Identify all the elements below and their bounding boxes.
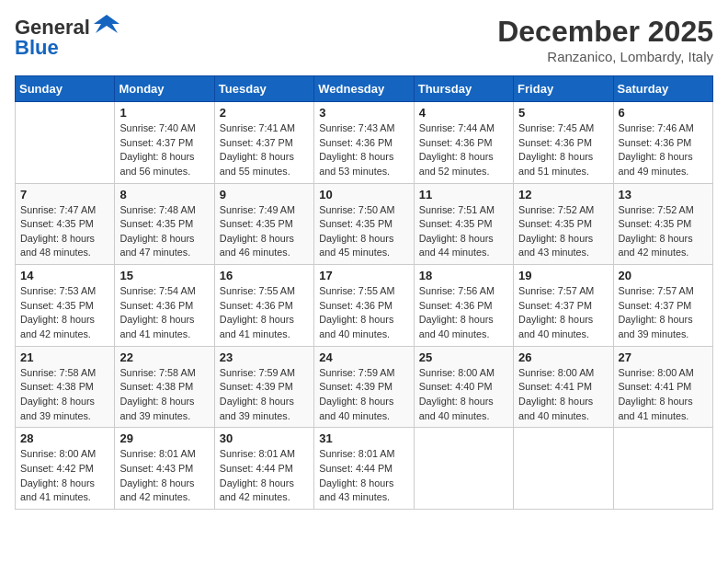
day-info: Sunrise: 7:57 AMSunset: 4:37 PMDaylight:…: [518, 284, 608, 342]
day-info: Sunrise: 7:55 AMSunset: 4:36 PMDaylight:…: [319, 284, 408, 342]
month-title: December 2025: [497, 15, 713, 49]
calendar-cell: 8Sunrise: 7:48 AMSunset: 4:35 PMDaylight…: [115, 183, 214, 265]
day-info: Sunrise: 8:01 AMSunset: 4:44 PMDaylight:…: [220, 447, 309, 505]
day-info: Sunrise: 8:00 AMSunset: 4:40 PMDaylight:…: [419, 366, 508, 424]
calendar-cell: 30Sunrise: 8:01 AMSunset: 4:44 PMDayligh…: [214, 428, 313, 510]
day-info: Sunrise: 7:59 AMSunset: 4:39 PMDaylight:…: [319, 366, 408, 424]
weekday-header-saturday: Saturday: [613, 76, 712, 102]
day-info: Sunrise: 7:51 AMSunset: 4:35 PMDaylight:…: [419, 203, 508, 261]
day-number: 17: [319, 269, 408, 282]
logo: General Blue: [15, 15, 121, 59]
calendar-cell: 6Sunrise: 7:46 AMSunset: 4:36 PMDaylight…: [613, 102, 712, 184]
calendar-cell: 24Sunrise: 7:59 AMSunset: 4:39 PMDayligh…: [314, 346, 414, 428]
weekday-header-wednesday: Wednesday: [314, 76, 414, 102]
day-info: Sunrise: 8:00 AMSunset: 4:41 PMDaylight:…: [518, 366, 608, 424]
day-number: 7: [20, 188, 109, 201]
calendar-week-4: 21Sunrise: 7:58 AMSunset: 4:38 PMDayligh…: [16, 346, 713, 428]
weekday-header-friday: Friday: [514, 76, 613, 102]
calendar-cell: 18Sunrise: 7:56 AMSunset: 4:36 PMDayligh…: [414, 265, 513, 347]
calendar-week-3: 14Sunrise: 7:53 AMSunset: 4:35 PMDayligh…: [16, 265, 713, 347]
calendar-cell: 4Sunrise: 7:44 AMSunset: 4:36 PMDaylight…: [414, 102, 513, 184]
day-number: 6: [619, 106, 708, 120]
calendar-header: SundayMondayTuesdayWednesdayThursdayFrid…: [16, 76, 713, 102]
day-info: Sunrise: 7:48 AMSunset: 4:35 PMDaylight:…: [119, 203, 209, 261]
calendar-cell: 10Sunrise: 7:50 AMSunset: 4:35 PMDayligh…: [314, 183, 414, 265]
day-number: 20: [619, 269, 708, 282]
day-number: 15: [119, 269, 209, 282]
day-number: 1: [119, 106, 209, 120]
day-number: 13: [619, 188, 708, 201]
calendar-cell: 5Sunrise: 7:45 AMSunset: 4:36 PMDaylight…: [514, 102, 613, 184]
day-number: 3: [319, 106, 408, 120]
day-info: Sunrise: 7:47 AMSunset: 4:35 PMDaylight:…: [20, 203, 109, 261]
title-block: December 2025 Ranzanico, Lombardy, Italy: [497, 15, 713, 64]
day-info: Sunrise: 7:49 AMSunset: 4:35 PMDaylight:…: [220, 203, 309, 261]
calendar-cell: [16, 102, 115, 184]
calendar-cell: 25Sunrise: 8:00 AMSunset: 4:40 PMDayligh…: [414, 346, 513, 428]
day-number: 16: [220, 269, 309, 282]
calendar-cell: [613, 428, 712, 510]
day-info: Sunrise: 8:01 AMSunset: 4:44 PMDaylight:…: [319, 447, 408, 505]
weekday-header-thursday: Thursday: [414, 76, 513, 102]
day-number: 12: [518, 188, 608, 201]
day-number: 5: [518, 106, 608, 120]
calendar-week-5: 28Sunrise: 8:00 AMSunset: 4:42 PMDayligh…: [16, 428, 713, 510]
day-info: Sunrise: 7:45 AMSunset: 4:36 PMDaylight:…: [518, 121, 608, 179]
day-number: 11: [419, 188, 508, 201]
day-number: 8: [119, 188, 209, 201]
calendar-cell: 31Sunrise: 8:01 AMSunset: 4:44 PMDayligh…: [314, 428, 414, 510]
day-number: 2: [220, 106, 309, 120]
day-info: Sunrise: 7:44 AMSunset: 4:36 PMDaylight:…: [419, 121, 508, 179]
day-number: 21: [20, 350, 109, 364]
weekday-header-sunday: Sunday: [16, 76, 115, 102]
day-info: Sunrise: 7:52 AMSunset: 4:35 PMDaylight:…: [518, 203, 608, 261]
day-info: Sunrise: 7:52 AMSunset: 4:35 PMDaylight:…: [619, 203, 708, 261]
page-header: General Blue December 2025 Ranzanico, Lo…: [15, 15, 713, 64]
calendar-cell: [414, 428, 513, 510]
day-info: Sunrise: 7:46 AMSunset: 4:36 PMDaylight:…: [619, 121, 708, 179]
day-info: Sunrise: 8:00 AMSunset: 4:42 PMDaylight:…: [20, 447, 109, 505]
calendar-cell: 22Sunrise: 7:58 AMSunset: 4:38 PMDayligh…: [115, 346, 214, 428]
weekday-header-monday: Monday: [115, 76, 214, 102]
day-number: 29: [119, 431, 209, 445]
day-info: Sunrise: 7:54 AMSunset: 4:36 PMDaylight:…: [119, 284, 209, 342]
day-info: Sunrise: 7:41 AMSunset: 4:37 PMDaylight:…: [220, 121, 309, 179]
calendar-cell: 14Sunrise: 7:53 AMSunset: 4:35 PMDayligh…: [16, 265, 115, 347]
calendar-cell: 27Sunrise: 8:00 AMSunset: 4:41 PMDayligh…: [613, 346, 712, 428]
day-info: Sunrise: 7:55 AMSunset: 4:36 PMDaylight:…: [220, 284, 309, 342]
calendar-cell: 23Sunrise: 7:59 AMSunset: 4:39 PMDayligh…: [214, 346, 313, 428]
calendar-cell: 20Sunrise: 7:57 AMSunset: 4:37 PMDayligh…: [613, 265, 712, 347]
calendar-cell: 11Sunrise: 7:51 AMSunset: 4:35 PMDayligh…: [414, 183, 513, 265]
calendar-cell: 15Sunrise: 7:54 AMSunset: 4:36 PMDayligh…: [115, 265, 214, 347]
day-number: 22: [119, 350, 209, 364]
svg-marker-0: [94, 15, 119, 33]
day-number: 4: [419, 106, 508, 120]
calendar-cell: 7Sunrise: 7:47 AMSunset: 4:35 PMDaylight…: [16, 183, 115, 265]
calendar-cell: 16Sunrise: 7:55 AMSunset: 4:36 PMDayligh…: [214, 265, 313, 347]
day-info: Sunrise: 7:50 AMSunset: 4:35 PMDaylight:…: [319, 203, 408, 261]
day-number: 23: [220, 350, 309, 364]
day-number: 10: [319, 188, 408, 201]
calendar-week-1: 1Sunrise: 7:40 AMSunset: 4:37 PMDaylight…: [16, 102, 713, 184]
day-info: Sunrise: 7:43 AMSunset: 4:36 PMDaylight:…: [319, 121, 408, 179]
day-info: Sunrise: 7:59 AMSunset: 4:39 PMDaylight:…: [220, 366, 309, 424]
day-number: 14: [20, 269, 109, 282]
calendar-cell: 2Sunrise: 7:41 AMSunset: 4:37 PMDaylight…: [214, 102, 313, 184]
day-info: Sunrise: 7:58 AMSunset: 4:38 PMDaylight:…: [119, 366, 209, 424]
calendar-cell: 1Sunrise: 7:40 AMSunset: 4:37 PMDaylight…: [115, 102, 214, 184]
calendar-week-2: 7Sunrise: 7:47 AMSunset: 4:35 PMDaylight…: [16, 183, 713, 265]
day-number: 19: [518, 269, 608, 282]
calendar-cell: 19Sunrise: 7:57 AMSunset: 4:37 PMDayligh…: [514, 265, 613, 347]
calendar-cell: [514, 428, 613, 510]
day-number: 30: [220, 431, 309, 445]
day-number: 26: [518, 350, 608, 364]
day-info: Sunrise: 7:53 AMSunset: 4:35 PMDaylight:…: [20, 284, 109, 342]
calendar-table: SundayMondayTuesdayWednesdayThursdayFrid…: [15, 75, 713, 510]
day-info: Sunrise: 7:56 AMSunset: 4:36 PMDaylight:…: [419, 284, 508, 342]
day-number: 28: [20, 431, 109, 445]
calendar-cell: 13Sunrise: 7:52 AMSunset: 4:35 PMDayligh…: [613, 183, 712, 265]
day-info: Sunrise: 8:00 AMSunset: 4:41 PMDaylight:…: [619, 366, 708, 424]
calendar-cell: 12Sunrise: 7:52 AMSunset: 4:35 PMDayligh…: [514, 183, 613, 265]
calendar-cell: 3Sunrise: 7:43 AMSunset: 4:36 PMDaylight…: [314, 102, 414, 184]
day-info: Sunrise: 8:01 AMSunset: 4:43 PMDaylight:…: [119, 447, 209, 505]
